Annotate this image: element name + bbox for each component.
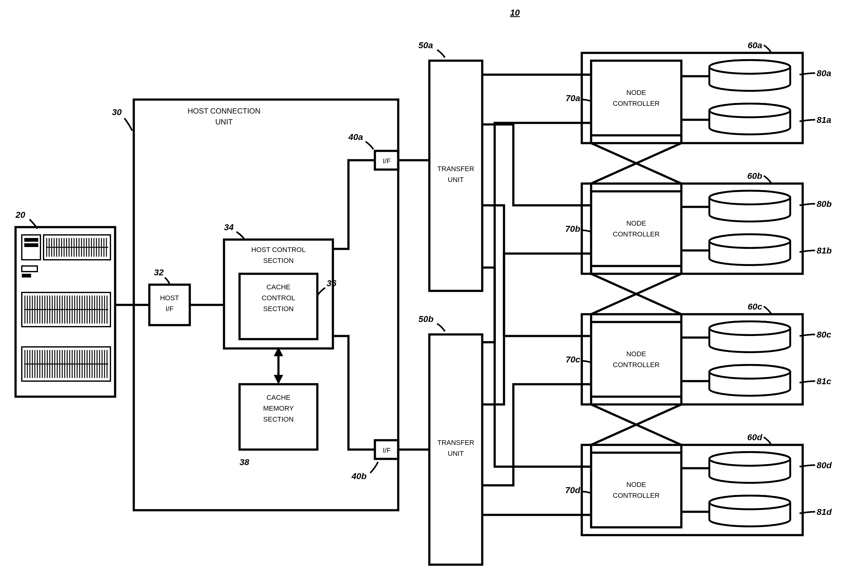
disk-80a-ref: 80a [817, 68, 831, 78]
node-a-ctrl-label-2: CONTROLLER [613, 99, 660, 107]
disk-80b [709, 191, 790, 222]
disk-81b [709, 234, 790, 265]
cachectrl-ref: 36 [327, 278, 337, 288]
svg-rect-0 [16, 227, 115, 397]
tu-b-ref: 50b [418, 314, 433, 324]
svg-point-139 [709, 496, 790, 509]
ifb-ref: 40b [351, 471, 366, 481]
host-connection-unit: 30 HOST CONNECTION UNIT 32 HOST I/F 34 H… [112, 99, 398, 510]
node-a-ref: 60a [748, 40, 762, 50]
node-d: 60d NODE CONTROLLER 70d 80d 81d [565, 433, 832, 535]
disk-80d-ref: 80d [817, 461, 832, 470]
diagram-canvas: 10 20 30 HOS [0, 0, 868, 588]
host-computer: 20 [15, 210, 115, 397]
node-c: 60c NODE CONTROLLER 70c 80c 81c [565, 302, 831, 405]
svg-point-125 [709, 234, 790, 248]
ifa-label: I/F [383, 157, 391, 165]
hostif-label-1: HOST [160, 294, 179, 302]
tu-a-label-2: UNIT [448, 176, 464, 183]
disk-80b-ref: 80b [817, 199, 832, 209]
svg-point-137 [709, 452, 790, 466]
disk-81a-ref: 81a [817, 115, 831, 125]
disk-81a [709, 103, 790, 134]
hostctrl-ref: 34 [224, 222, 234, 232]
svg-rect-2 [24, 238, 38, 242]
host-computer-ref: 20 [15, 210, 25, 220]
ifa-ref: 40a [348, 132, 363, 142]
disk-80c [709, 321, 790, 352]
disk-81d [709, 496, 790, 526]
disk-81d-ref: 81d [817, 507, 832, 517]
svg-point-130 [709, 321, 790, 335]
svg-point-118 [709, 103, 790, 117]
node-b-ctrl-label-1: NODE [626, 219, 646, 227]
cachectrl-label-1: CACHE [266, 283, 290, 291]
node-c-controller [591, 322, 681, 397]
svg-rect-3 [24, 243, 38, 247]
disk-81b-ref: 81b [817, 246, 832, 256]
node-d-ref: 60d [747, 433, 763, 442]
cachectrl-label-2: CONTROL [262, 294, 295, 302]
hostif-label-2: I/F [165, 305, 174, 313]
svg-point-123 [709, 191, 790, 204]
node-c-ctrl-label-2: CONTROLLER [613, 361, 660, 369]
node-c-ref: 60c [748, 302, 762, 312]
cachemem-ref: 38 [239, 457, 249, 467]
disk-81c-ref: 81c [817, 377, 831, 386]
hostif-ref: 32 [154, 267, 164, 277]
disk-80d [709, 452, 790, 483]
cachectrl-label-3: SECTION [263, 305, 294, 313]
node-c-ctrl-ref: 70c [565, 355, 580, 364]
ifb-label: I/F [383, 446, 391, 454]
disk-81c [709, 365, 790, 396]
hcu-title-2: UNIT [215, 118, 233, 126]
node-b-ref: 60b [747, 171, 762, 181]
node-b-ctrl-ref: 70b [565, 224, 580, 233]
node-b-ctrl-label-2: CONTROLLER [613, 230, 660, 238]
tu-a-ref: 50a [418, 40, 433, 50]
svg-point-132 [709, 365, 790, 379]
node-d-controller [591, 453, 681, 527]
transfer-unit-b: 50b TRANSFER UNIT [418, 314, 482, 565]
hcu-title-1: HOST CONNECTION [187, 107, 260, 115]
node-d-ctrl-label-1: NODE [626, 481, 646, 489]
node-a-ctrl-ref: 70a [565, 93, 580, 103]
svg-rect-32 [22, 274, 31, 278]
node-b-controller [591, 191, 681, 266]
node-b: 60b NODE CONTROLLER 70b 80b 81b [565, 171, 832, 274]
hostctrl-label-2: SECTION [263, 257, 294, 264]
node-a-ctrl-label-1: NODE [626, 89, 646, 96]
cachemem-label-2: MEMORY [263, 405, 294, 412]
hostctrl-label-1: HOST CONTROL [251, 246, 306, 254]
node-c-ctrl-label-1: NODE [626, 350, 646, 358]
node-d-ctrl-label-2: CONTROLLER [613, 492, 660, 499]
disk-80c-ref: 80c [817, 330, 831, 340]
disk-80a [709, 60, 790, 91]
tu-a-label-1: TRANSFER [437, 165, 474, 173]
svg-marker-109 [274, 375, 283, 384]
node-a: 60a NODE CONTROLLER 70a 80a 81a [565, 40, 831, 143]
svg-point-116 [709, 60, 790, 74]
tu-b-label-2: UNIT [448, 449, 464, 457]
cachemem-label-3: SECTION [263, 415, 294, 423]
svg-rect-31 [22, 266, 37, 272]
cachemem-label-1: CACHE [266, 393, 290, 401]
node-d-ctrl-ref: 70d [565, 485, 580, 495]
hcu-ref: 30 [112, 107, 122, 117]
tu-b-label-1: TRANSFER [437, 439, 474, 446]
node-a-controller [591, 61, 681, 135]
figure-ref: 10 [510, 8, 520, 18]
transfer-unit-a: 50a TRANSFER UNIT [418, 40, 482, 291]
